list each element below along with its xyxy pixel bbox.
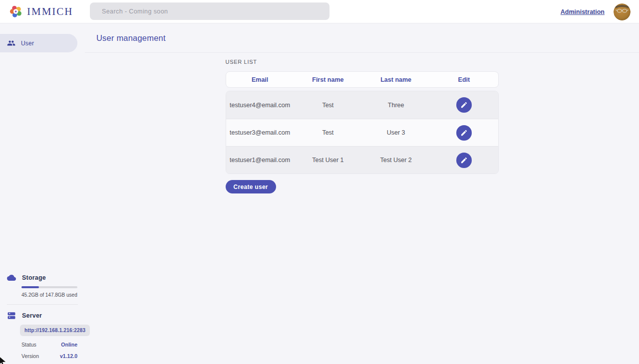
brand[interactable]: IMMICH xyxy=(9,4,73,18)
navbar-right: Administration xyxy=(561,0,631,23)
sidebar-item-user[interactable]: User xyxy=(0,34,77,52)
edit-user-button[interactable] xyxy=(456,153,472,168)
column-header-email: Email xyxy=(226,76,294,83)
table-row: testuser1@email.com Test User 1 Test Use… xyxy=(226,146,498,174)
table-header-row: Email First name Last name Edit xyxy=(226,71,499,88)
cell-email: testuser4@email.com xyxy=(226,102,294,109)
sidebar-item-user-label: User xyxy=(21,40,34,47)
cell-first-name: Test xyxy=(294,102,362,109)
version-value: v1.12.0 xyxy=(60,353,77,359)
sidebar-bottom: Storage 45.2GB of 147.8GB used Server ht… xyxy=(0,273,85,359)
avatar-image xyxy=(614,3,631,20)
cell-last-name: User 3 xyxy=(362,129,430,136)
server-section-header: Server xyxy=(0,311,85,320)
page-title: User management xyxy=(96,33,166,43)
user-list-label: USER LIST xyxy=(226,59,499,65)
status-value: Online xyxy=(61,342,77,348)
storage-progress-fill xyxy=(21,286,39,288)
main-content: User management USER LIST Email First na… xyxy=(85,23,639,364)
storage-progress-bar xyxy=(21,286,77,288)
immich-logo-icon xyxy=(9,4,23,18)
server-icon xyxy=(7,311,16,320)
brand-name: IMMICH xyxy=(27,5,73,18)
sidebar: User Storage 45.2GB of 147.8GB used Serv… xyxy=(0,23,85,364)
pencil-icon xyxy=(460,129,468,137)
user-list-section: USER LIST Email First name Last name Edi… xyxy=(226,59,499,193)
administration-link[interactable]: Administration xyxy=(561,8,605,15)
cell-last-name: Test User 2 xyxy=(362,157,430,164)
top-navbar: IMMICH Administration xyxy=(0,0,639,23)
search-input[interactable] xyxy=(90,2,329,20)
create-user-button[interactable]: Create user xyxy=(226,180,276,193)
table-body: testuser4@email.com Test Three testuser3… xyxy=(226,91,499,174)
server-url: http://192.168.1.216:2283 xyxy=(20,325,90,336)
cell-last-name: Three xyxy=(362,102,430,109)
users-icon xyxy=(7,39,15,47)
table-row: testuser3@email.com Test User 3 xyxy=(226,119,498,146)
immich-app: IMMICH Administration xyxy=(0,0,639,364)
server-version-row: Version v1.12.0 xyxy=(21,353,77,359)
edit-user-button[interactable] xyxy=(456,125,472,141)
storage-usage-text: 45.2GB of 147.8GB used xyxy=(21,292,85,298)
column-header-first-name: First name xyxy=(294,76,362,83)
cell-email: testuser3@email.com xyxy=(226,129,294,136)
cell-email: testuser1@email.com xyxy=(226,157,294,164)
version-label: Version xyxy=(21,353,39,359)
sidebar-divider xyxy=(7,304,78,305)
table-row: testuser4@email.com Test Three xyxy=(226,91,498,119)
edit-user-button[interactable] xyxy=(456,97,472,113)
storage-section-header: Storage xyxy=(0,273,85,282)
pencil-icon xyxy=(460,157,468,164)
user-avatar[interactable] xyxy=(614,3,631,20)
cell-first-name: Test User 1 xyxy=(294,157,362,164)
server-status-row: Status Online xyxy=(21,342,77,348)
server-title: Server xyxy=(22,312,42,319)
cloud-icon xyxy=(7,273,16,282)
title-bar: User management xyxy=(85,23,639,53)
column-header-edit: Edit xyxy=(430,76,498,83)
pencil-icon xyxy=(460,101,468,109)
storage-title: Storage xyxy=(22,274,46,281)
column-header-last-name: Last name xyxy=(362,76,430,83)
cell-first-name: Test xyxy=(294,129,362,136)
status-label: Status xyxy=(21,342,36,348)
